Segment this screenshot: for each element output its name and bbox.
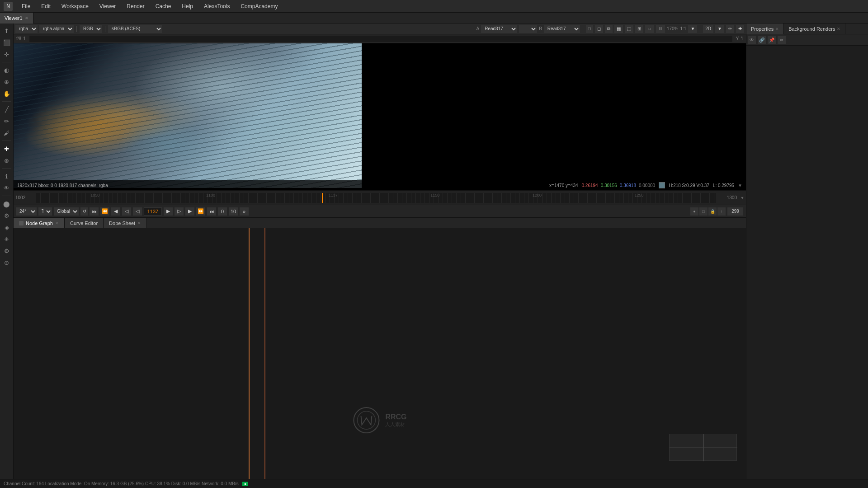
channel-select[interactable]: rgba <box>15 25 38 33</box>
prev-frame-btn[interactable]: ◀ <box>111 207 120 216</box>
paint-btn[interactable]: ✏ <box>726 25 734 33</box>
frame-step-btn[interactable]: 10 <box>229 207 238 216</box>
menu-workspace[interactable]: Workspace <box>60 2 90 10</box>
step-back-btn[interactable]: ◁ <box>122 207 131 216</box>
interp-select[interactable]: TF <box>38 207 52 216</box>
sidebar-icon-dots[interactable]: ⊙ <box>1 257 12 268</box>
props-icon-pin[interactable]: 📌 <box>768 36 776 44</box>
tab-curve-editor[interactable]: Curve Editor <box>65 218 104 229</box>
viewer-image <box>14 43 362 188</box>
bottom-tabs-bar: Node Graph ✕ Curve Editor Dope Sheet ✕ <box>14 217 746 228</box>
pick-btn[interactable]: ✚ <box>736 25 744 33</box>
end-frame-input[interactable] <box>727 207 743 216</box>
sidebar-icon-add[interactable]: ✚ <box>1 143 12 154</box>
timeline-track[interactable]: 1050 1100 1137 1150 1200 1250 <box>36 193 716 203</box>
input-a-select[interactable]: Read317 <box>481 25 517 33</box>
input-a-extra[interactable] <box>519 25 537 33</box>
sidebar-icon-line[interactable]: ╱ <box>1 104 12 115</box>
render-mode-more[interactable]: ▼ <box>715 25 724 33</box>
play-back-btn[interactable]: ◁ <box>133 207 142 216</box>
sidebar-icon-select[interactable]: ⬛ <box>1 37 12 48</box>
close-properties[interactable]: ✕ <box>775 27 779 31</box>
menu-file[interactable]: File <box>20 2 32 10</box>
menu-help[interactable]: Help <box>180 2 195 10</box>
record-btn[interactable]: ● <box>690 207 698 216</box>
sidebar-icon-eye[interactable]: 👁 <box>1 183 12 193</box>
close-node-graph[interactable]: ✕ <box>55 221 59 225</box>
sidebar-icon-script[interactable]: ⚙ <box>1 210 12 221</box>
sidebar-icon-draw[interactable]: ✏ <box>1 116 12 127</box>
step-fwd-btn[interactable]: ▶ <box>185 207 194 216</box>
menu-edit[interactable]: Edit <box>39 2 52 10</box>
tab-node-graph[interactable]: Node Graph ✕ <box>14 218 65 229</box>
double-arrow-btn[interactable]: » <box>240 207 249 216</box>
save-frame-btn[interactable]: □ <box>699 207 708 216</box>
render-mode-btn[interactable]: 2D <box>703 25 713 33</box>
props-icon-link[interactable]: 🔗 <box>758 36 766 44</box>
scope-select[interactable]: Global <box>54 207 79 216</box>
sidebar-divider-5 <box>2 196 11 196</box>
viewer-canvas: 1920x817 bbox: 0 0 1920 817 channels: rg… <box>14 43 746 190</box>
sidebar-icon-mask[interactable]: ⊛ <box>1 155 12 166</box>
sidebar-icon-wipe[interactable]: ◐ <box>1 65 12 75</box>
props-icon-viewer[interactable]: 👁 <box>748 36 756 44</box>
sidebar-icon-pointer[interactable]: ⬆ <box>1 25 12 36</box>
fps-select[interactable]: 24* <box>16 207 37 216</box>
input-b-select[interactable]: Read317 <box>544 25 580 33</box>
close-bg-renders[interactable]: ✕ <box>837 27 840 31</box>
next-frame-btn[interactable]: ▷ <box>175 207 184 216</box>
display-select[interactable]: sRGB (ACES) <box>108 25 162 33</box>
menu-cache[interactable]: Cache <box>154 2 173 10</box>
roi-btn[interactable]: ▦ <box>614 25 623 33</box>
timeline-scroll-btn[interactable]: ▼ <box>741 196 745 200</box>
pause-btn[interactable]: ⏸ <box>656 25 665 33</box>
zoom-out-btn[interactable]: □ <box>586 25 593 33</box>
first-frame-btn[interactable]: ⏮ <box>90 207 99 216</box>
watermark-area: RRCG 人人素材 <box>353 407 406 434</box>
playhead[interactable] <box>322 193 323 203</box>
sidebar-icon-3d[interactable]: ◈ <box>1 222 12 233</box>
close-dope-sheet[interactable]: ✕ <box>137 221 141 225</box>
next-keyframe-btn[interactable]: ⏩ <box>196 207 205 216</box>
tab-viewer1[interactable]: Viewer1 ✕ <box>0 13 33 23</box>
sidebar-icon-paint[interactable]: 🖌 <box>1 127 12 138</box>
export-btn[interactable]: ↑ <box>717 207 726 216</box>
menu-viewer[interactable]: Viewer <box>98 2 118 10</box>
flip-btn[interactable]: ↔ <box>645 25 654 33</box>
wipe-btn[interactable]: ⧉ <box>605 25 613 33</box>
play-fwd-btn[interactable]: ▶ <box>164 207 173 216</box>
info-expand-btn[interactable]: ▼ <box>738 183 742 188</box>
label-1200: 1200 <box>533 193 542 197</box>
maximize-btn[interactable]: ◻ <box>595 25 603 33</box>
menu-render[interactable]: Render <box>125 2 146 10</box>
alpha-select[interactable]: rgba.alpha <box>39 25 74 33</box>
viewer-info-bar: 1920x817 bbox: 0 0 1920 817 channels: rg… <box>14 180 746 190</box>
sidebar-icon-info[interactable]: ℹ <box>1 171 12 182</box>
tab-dope-sheet[interactable]: Dope Sheet ✕ <box>104 218 147 229</box>
sidebar-icon-settings[interactable]: ⚙ <box>1 245 12 256</box>
viewer-tabs-bar: Viewer1 ✕ <box>0 13 868 23</box>
last-frame-btn[interactable]: ⏭ <box>207 207 216 216</box>
sidebar-icon-particle[interactable]: ✳ <box>1 234 12 244</box>
zoom-more-btn[interactable]: ▼ <box>688 25 697 33</box>
tab-properties[interactable]: Properties ✕ <box>746 23 784 34</box>
menu-alexstools[interactable]: AlexsTools <box>202 2 231 10</box>
tab-bg-renders[interactable]: Background Renders ✕ <box>784 23 845 34</box>
playback-controls: 24* TF Global ↺ ⏮ ⏪ ◀ ◁ ◁ 1137 ▶ ▷ ▶ ⏩ ⏭… <box>14 205 746 217</box>
right-sidebar: Properties ✕ Background Renders ✕ 👁 🔗 📌 … <box>746 23 868 479</box>
lock-btn[interactable]: 🔒 <box>708 207 717 216</box>
prev-keyframe-btn[interactable]: ⏪ <box>100 207 109 216</box>
loop-btn[interactable]: 0 <box>218 207 227 216</box>
sidebar-icon-zoom[interactable]: ⊕ <box>1 76 12 87</box>
tab-close-viewer1[interactable]: ✕ <box>25 16 28 20</box>
sidebar-icon-color[interactable]: ⬤ <box>1 198 12 209</box>
sidebar-icon-transform[interactable]: ✛ <box>1 49 12 60</box>
bottom-panel: Node Graph ✕ Curve Editor Dope Sheet ✕ <box>14 217 746 479</box>
props-icon-paint[interactable]: ✏ <box>778 36 786 44</box>
split-btn[interactable]: ⬚ <box>625 25 633 33</box>
colorspace-select[interactable]: RGB <box>80 25 102 33</box>
menu-compacademy[interactable]: CompAcademy <box>239 2 279 10</box>
sidebar-icon-pan[interactable]: ✋ <box>1 88 12 99</box>
reset-btn[interactable]: ↺ <box>80 207 88 216</box>
compare-btn[interactable]: ⊞ <box>635 25 643 33</box>
